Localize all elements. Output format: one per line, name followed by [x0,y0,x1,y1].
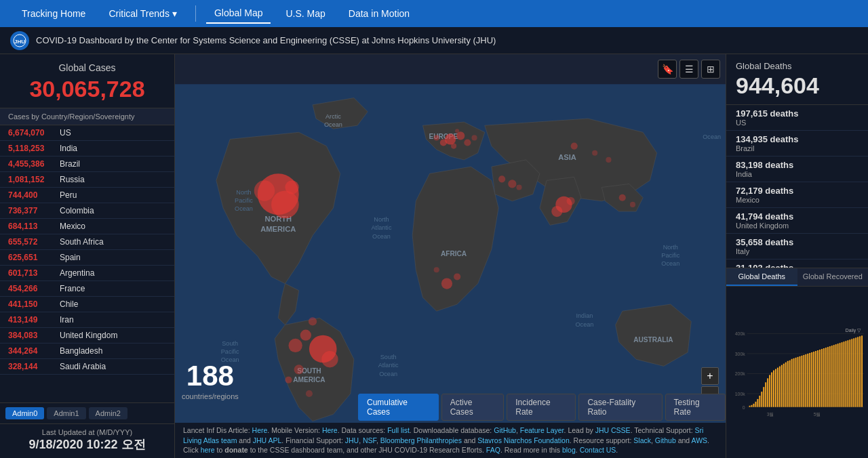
svg-rect-110 [815,351,816,407]
deaths-list-item[interactable]: 197,615 deathsUS [726,105,868,131]
deaths-tab-1[interactable]: Global Recovered [797,268,869,286]
svg-point-62 [434,267,439,272]
aws-link[interactable]: AWS [692,436,708,444]
admin-tab-admin0[interactable]: Admin0 [5,407,44,419]
country-list-item[interactable]: 413,149Iran [0,312,174,328]
country-list-item[interactable]: 454,266France [0,281,174,297]
github2-link[interactable]: Github [655,436,676,444]
grid-view-btn[interactable]: ⊞ [701,60,720,79]
admin-tab-admin2[interactable]: Admin2 [89,407,127,419]
svg-rect-126 [847,340,848,407]
svg-point-34 [285,180,298,194]
deaths-list-item[interactable]: 83,198 deathsIndia [726,157,868,182]
country-list-item[interactable]: 344,264Bangladesh [0,344,174,359]
nav-critical-trends[interactable]: Critical Trends ▾ [100,4,184,23]
jhu-apl-link[interactable]: JHU APL [253,436,282,444]
countries-count-section: 188 countries/regions [182,360,239,400]
deaths-country-list[interactable]: 197,615 deathsUS134,935 deathsBrazil83,1… [726,105,868,268]
mobile-link[interactable]: Here [322,426,338,434]
map-tab-1[interactable]: Active Cases [441,394,505,421]
svg-rect-128 [851,339,852,407]
full-list-link[interactable]: Full list [387,426,410,434]
deaths-tab-0[interactable]: Global Deaths [726,268,797,286]
faq-link[interactable]: FAQ [486,446,500,454]
svg-point-52 [551,206,562,217]
map-tab-2[interactable]: Incidence Rate [507,394,576,421]
nav-data-in-motion[interactable]: Data in Motion [340,4,418,23]
slack-link[interactable]: Slack [633,436,651,444]
nav-us-map[interactable]: U.S. Map [277,4,333,23]
country-list-item[interactable]: 384,083United Kingdom [0,328,174,344]
here-donate-link[interactable]: here [201,446,215,454]
nav-tracking-home[interactable]: Tracking Home [14,4,94,23]
country-list-item[interactable]: 5,118,253India [0,141,174,157]
svg-rect-79 [753,404,754,407]
svg-point-61 [454,273,460,280]
deaths-list-item[interactable]: 35,658 deathsItaly [726,234,868,259]
svg-text:North: North [236,189,251,196]
svg-text:200k: 200k [735,371,745,376]
top-navigation: Tracking Home Critical Trends ▾ Global M… [0,0,868,27]
country-list-item[interactable]: 736,377Colombia [0,203,174,219]
deaths-tabs: Global DeathsGlobal Recovered [726,268,868,287]
svg-text:Atlantic: Atlantic [372,224,392,231]
deaths-list-item[interactable]: 134,935 deathsBrazil [726,131,868,157]
github-link[interactable]: GitHub [494,426,516,434]
jhu-csse-link[interactable]: JHU CSSE [595,426,631,434]
bloomberg-link[interactable]: Bloomberg Philanthropies [380,436,462,444]
deaths-list-item[interactable]: 72,179 deathsMexico [726,182,868,208]
nsf-link[interactable]: NSF [363,436,376,444]
svg-rect-105 [805,354,806,407]
svg-point-47 [451,144,456,149]
svg-rect-121 [837,344,839,407]
svg-rect-86 [767,378,768,407]
svg-text:100k: 100k [735,392,745,396]
resource-prefix: Resource support: [574,436,634,444]
svg-text:Pacific: Pacific [235,197,253,204]
zoom-in-btn[interactable]: + [701,367,719,385]
svg-text:AFRICA: AFRICA [441,250,467,257]
country-list-item[interactable]: 4,455,386Brazil [0,157,174,172]
nav-global-map[interactable]: Global Map [206,3,271,24]
admin-tab-admin1[interactable]: Admin1 [47,407,85,419]
country-list-item[interactable]: 328,144Saudi Arabia [0,359,174,375]
jhu-logo: JHU [10,31,29,50]
country-list-item[interactable]: 1,081,152Russia [0,172,174,188]
admin-tabs: Admin0Admin1Admin2 [0,402,174,423]
deaths-chart: 400k 300k 200k 100k 0 3월 5월 [730,292,864,455]
blog-link[interactable]: blog [562,446,576,454]
bookmark-view-btn[interactable]: 🔖 [658,60,677,79]
chevron-down-icon: ▾ [172,8,177,19]
header-bar: JHU COVID-19 Dashboard by the Center for… [0,27,868,54]
map-area[interactable]: North Pacific Ocean North Atlantic Ocean… [175,54,726,458]
country-list-item[interactable]: 684,113Mexico [0,219,174,234]
svg-rect-107 [809,353,810,407]
jhu-fin-link[interactable]: JHU [345,436,359,444]
country-list-item[interactable]: 6,674,070US [0,125,174,141]
country-list-item[interactable]: 601,713Argentina [0,266,174,281]
country-list-item[interactable]: 655,572South Africa [0,234,174,250]
map-tab-4[interactable]: Testing Rate [665,394,726,421]
country-list-item[interactable]: 441,150Chile [0,297,174,312]
global-deaths-label: Global Deaths [736,61,859,71]
svg-rect-81 [757,399,758,407]
feature-layer-link[interactable]: Feature Layer [520,426,564,434]
country-list[interactable]: 6,674,070US5,118,253India4,455,386Brazil… [0,125,174,402]
country-list-item[interactable]: 744,400Peru [0,188,174,203]
contact-link[interactable]: Contact US [580,446,616,454]
svg-rect-112 [819,350,821,407]
country-list-item[interactable]: 625,651Spain [0,250,174,266]
svg-text:North: North [374,216,389,223]
svg-point-45 [440,139,447,146]
svg-text:JHU: JHU [14,39,25,45]
lancet-link[interactable]: Here [252,426,268,434]
deaths-list-item[interactable]: 31,103 deathsFrance [726,259,868,268]
map-tab-0[interactable]: Cumulative Cases [358,394,439,421]
svg-rect-99 [793,358,795,407]
deaths-list-item[interactable]: 41,794 deathsUnited Kingdom [726,208,868,234]
stavros-link[interactable]: Stavros Niarchos Foundation [477,436,569,444]
list-view-btn[interactable]: ☰ [679,60,698,79]
map-tab-3[interactable]: Case-Fatality Ratio [578,394,662,421]
svg-rect-111 [817,350,818,407]
svg-rect-92 [779,367,781,407]
